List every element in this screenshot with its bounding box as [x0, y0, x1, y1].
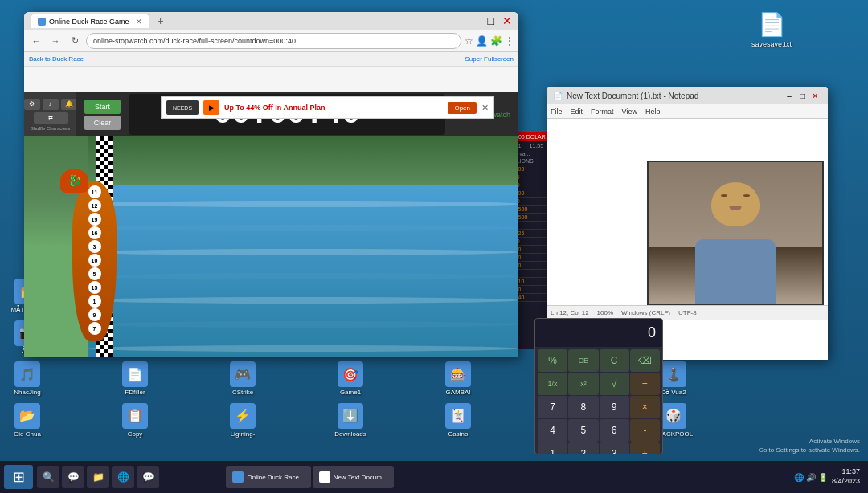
desktop-icon-15[interactable]: ⬇️ Downloads: [327, 401, 374, 441]
taskbar-files-icon[interactable]: 📁: [87, 466, 109, 488]
game-top-nav: Back to Duck Race Super Fullscreen: [24, 52, 518, 67]
minimize-btn[interactable]: –: [473, 14, 480, 27]
profile-icon[interactable]: 👤: [476, 35, 488, 47]
activate-windows: Activate Windows Go to Settings to activ…: [759, 437, 860, 454]
calc-3[interactable]: 3: [600, 442, 629, 454]
menu-view[interactable]: View: [622, 108, 637, 116]
taskbar-clock[interactable]: 11:37 8/4/2023: [832, 467, 860, 486]
calc-7[interactable]: 7: [538, 396, 567, 418]
taskbar-app-notepad[interactable]: New Text Docum...: [313, 466, 394, 488]
calc-minus[interactable]: -: [630, 419, 660, 442]
duck-10: 9: [88, 308, 101, 321]
maximize-btn[interactable]: □: [488, 14, 494, 27]
browser-controls: ← → ↻ ☆ 👤 🧩 ⋮: [24, 30, 518, 52]
notepad-taskbar-label: New Text Docum...: [334, 474, 387, 481]
icon-label-11: Ligtning-: [231, 430, 256, 438]
calc-1[interactable]: 1: [538, 442, 567, 454]
close-btn[interactable]: ✕: [502, 14, 512, 27]
desktop: 📄 savesave.txt Online Duck Race Game ✕ +…: [0, 0, 868, 493]
taskbar-app-browser[interactable]: Online Duck Race...: [226, 466, 310, 488]
extensions-icon[interactable]: 🧩: [490, 35, 502, 47]
calc-inv[interactable]: 1/x: [538, 373, 567, 395]
ad-arrow-icon: ▶: [203, 100, 219, 115]
desktop-file-savesave[interactable]: 📄 savesave.txt: [747, 8, 796, 48]
calc-9[interactable]: 9: [600, 396, 629, 418]
reload-btn[interactable]: ↻: [67, 33, 83, 49]
desktop-icon-7[interactable]: 📋 Copy: [112, 401, 158, 441]
taskbar-chrome-icon[interactable]: 🌐: [112, 466, 134, 488]
cursor-position: Ln 12, Col 12: [551, 309, 589, 316]
calc-percent[interactable]: %: [538, 349, 567, 372]
tab-close[interactable]: ✕: [136, 18, 142, 26]
ad-close-button[interactable]: ✕: [481, 103, 489, 113]
browser-window: Online Duck Race Game ✕ + – □ ✕ ← → ↻ ☆ …: [24, 12, 518, 357]
start-button[interactable]: Start: [84, 100, 121, 114]
desktop-icon-3[interactable]: 📂 Gio Chua: [4, 401, 51, 441]
notepad-minimize-btn[interactable]: –: [783, 89, 796, 102]
forward-btn[interactable]: →: [47, 33, 63, 49]
notepad-taskbar-icon: [319, 471, 330, 483]
menu-edit[interactable]: Edit: [571, 108, 583, 116]
bookmark-icon[interactable]: ☆: [465, 35, 473, 47]
mouth: [730, 206, 742, 210]
wave-1: [88, 201, 518, 207]
duck-numbers: 11 12 19 16 3 10 5 15 1 9 7: [79, 185, 111, 336]
settings-icon-btn[interactable]: ⚙: [24, 99, 40, 110]
start-button[interactable]: ⊞: [4, 465, 33, 489]
bell-icon-btn[interactable]: 🔔: [61, 99, 77, 110]
desktop-icon-11[interactable]: ⚡ Ligtning-: [219, 401, 266, 441]
ad-open-button[interactable]: Open: [448, 102, 477, 114]
taskbar-discord-icon[interactable]: 💬: [137, 466, 159, 488]
taskbar-cortana-icon[interactable]: 💬: [62, 466, 84, 488]
notepad-close-btn[interactable]: ✕: [809, 89, 821, 102]
new-tab-btn[interactable]: +: [158, 14, 164, 27]
battery-icon: 🔋: [818, 473, 828, 482]
menu-help[interactable]: Help: [645, 108, 661, 116]
volume-icon[interactable]: 🔊: [806, 473, 816, 482]
file-icon: 📄: [755, 8, 788, 40]
browser-taskbar-icon: [232, 471, 244, 483]
duck-boat: 11 12 19 16 3 10 5 15 1 9 7: [64, 165, 121, 341]
calc-6[interactable]: 6: [600, 419, 629, 442]
windows-icon: ⊞: [13, 468, 25, 486]
calc-2[interactable]: 2: [568, 442, 598, 454]
icon-img-7: 📋: [122, 403, 148, 429]
calc-8[interactable]: 8: [568, 396, 598, 418]
icon-label-26: Cờ Vua2: [661, 389, 686, 397]
icon-img-15: ⬇️: [338, 403, 363, 429]
calc-sqrt[interactable]: √: [600, 373, 629, 395]
calc-sq[interactable]: x²: [568, 373, 598, 395]
desktop-icon-2[interactable]: 🎵 NhacJing: [4, 359, 51, 399]
desktop-icon-6[interactable]: 📄 FDfiller: [112, 359, 158, 399]
menu-format[interactable]: Format: [591, 108, 614, 116]
network-icon[interactable]: 🌐: [794, 473, 804, 482]
taskbar-search-icon[interactable]: 🔍: [37, 466, 59, 488]
shuffle-icon-btn[interactable]: ⇄: [34, 112, 68, 124]
dragon-head: 🐉: [60, 169, 88, 193]
menu-file[interactable]: File: [551, 108, 563, 116]
calc-backspace[interactable]: ⌫: [630, 349, 660, 372]
calc-divide[interactable]: ÷: [630, 373, 660, 395]
calc-5[interactable]: 5: [568, 419, 598, 442]
more-icon[interactable]: ⋮: [505, 35, 514, 47]
calc-ce[interactable]: CE: [568, 349, 598, 372]
browser-taskbar-label: Online Duck Race...: [247, 474, 304, 481]
calc-4[interactable]: 4: [538, 419, 567, 442]
desktop-icon-10[interactable]: 🎮 CStrike: [219, 359, 266, 399]
super-fullscreen-link[interactable]: Super Fullscreen: [465, 55, 514, 63]
calc-plus[interactable]: +: [630, 442, 660, 454]
browser-tab[interactable]: Online Duck Race Game ✕: [31, 14, 149, 28]
desktop-icon-19[interactable]: 🃏 Casino: [435, 401, 481, 441]
calc-multiply[interactable]: ×: [630, 396, 660, 418]
back-to-duck-race-link[interactable]: Back to Duck Race: [29, 55, 84, 63]
notepad-maximize-btn[interactable]: □: [796, 89, 809, 102]
calc-clear[interactable]: C: [600, 349, 629, 372]
duck-9: 1: [88, 295, 101, 308]
music-icon-btn[interactable]: ♪: [43, 99, 59, 110]
clear-button[interactable]: Clear: [84, 116, 121, 130]
desktop-icon-18[interactable]: 🎰 GAMBA!: [435, 359, 481, 399]
notepad-titlebar: 📄 New Text Document (1).txt - Notepad – …: [547, 87, 828, 104]
back-btn[interactable]: ←: [28, 33, 44, 49]
desktop-icon-14[interactable]: 🎯 Game1: [327, 359, 374, 399]
url-bar[interactable]: [86, 33, 461, 49]
